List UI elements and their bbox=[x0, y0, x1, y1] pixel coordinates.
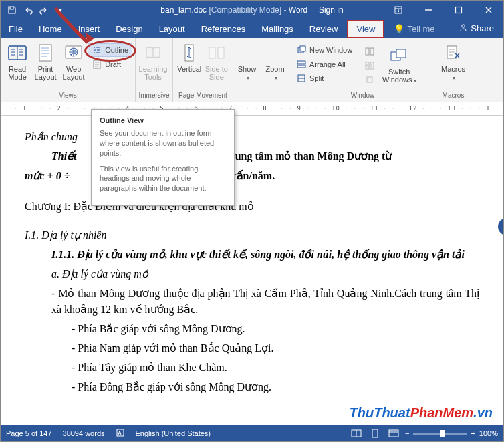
close-icon[interactable] bbox=[473, 1, 503, 19]
svg-rect-10 bbox=[218, 47, 224, 58]
group-views: Read Mode Print Layout Web Layout Outlin… bbox=[1, 38, 136, 102]
vertical-button[interactable]: Vertical bbox=[176, 41, 203, 74]
window-list: New Window Arrange All Split bbox=[292, 43, 356, 85]
print-view-icon[interactable] bbox=[368, 427, 382, 439]
qat-dropdown-icon[interactable]: ▾ bbox=[54, 4, 66, 16]
group-show: Show▾ bbox=[233, 38, 261, 102]
outline-tooltip: Outline View See your document in outlin… bbox=[91, 109, 235, 206]
web-layout-button[interactable]: Web Layout bbox=[59, 41, 88, 82]
doc-line: a. Địa lý của vùng mỏ bbox=[25, 266, 479, 283]
svg-rect-17 bbox=[370, 48, 374, 55]
doc-line: - Phía Bắc giáp với sông Mông Dương. bbox=[25, 321, 479, 338]
tab-view[interactable]: View bbox=[347, 20, 384, 38]
ribbon-options-icon[interactable] bbox=[383, 1, 413, 19]
svg-point-2 bbox=[462, 25, 465, 27]
side-to-side-button: Side to Side bbox=[203, 41, 231, 82]
status-zoom[interactable]: 100% bbox=[479, 429, 498, 437]
ruler[interactable]: · 1 · · · 2 · · · 3 · · · 4 · · · 5 · · … bbox=[1, 102, 503, 116]
macros-icon bbox=[443, 42, 464, 64]
bulb-icon: 💡 bbox=[394, 24, 404, 34]
chevron-down-icon: ▾ bbox=[414, 78, 416, 84]
macros-button[interactable]: Macros▾ bbox=[439, 41, 467, 82]
compat-mode: [Compatibility Mode] bbox=[209, 5, 281, 15]
window-title: ban_lam.doc [Compatibility Mode] - Word … bbox=[160, 5, 343, 15]
read-view-icon[interactable] bbox=[349, 427, 364, 439]
tooltip-text: This view is useful for creating heading… bbox=[100, 164, 226, 194]
group-immersive: Learning Tools Immersive bbox=[136, 38, 173, 102]
ribbon-tabs: File Home Insert Design Layout Reference… bbox=[1, 19, 503, 38]
show-dropdown[interactable]: Show▾ bbox=[236, 41, 258, 82]
status-words[interactable]: 38094 words bbox=[63, 429, 105, 437]
tab-layout[interactable]: Layout bbox=[151, 20, 193, 38]
quick-access-toolbar: ▾ bbox=[1, 4, 66, 16]
tab-tellme[interactable]: 💡Tell me bbox=[386, 20, 443, 38]
switch-windows-button[interactable]: Switch Windows▾ bbox=[380, 43, 418, 85]
tab-insert[interactable]: Insert bbox=[70, 20, 108, 38]
tab-review[interactable]: Review bbox=[301, 20, 346, 38]
minimize-icon[interactable] bbox=[413, 1, 443, 19]
save-icon[interactable] bbox=[6, 4, 18, 16]
proofing-icon[interactable] bbox=[116, 428, 125, 439]
vertical-icon bbox=[178, 42, 200, 64]
side-by-side-icon bbox=[364, 46, 375, 57]
tab-references[interactable]: References bbox=[193, 20, 253, 38]
doc-line: - Phía Đông Bắc giáp với sông Mông Dương… bbox=[25, 379, 479, 396]
new-window-button[interactable]: New Window bbox=[292, 43, 356, 57]
split-button[interactable]: Split bbox=[292, 72, 356, 85]
view-side-by-side-button[interactable] bbox=[360, 45, 379, 58]
sign-in[interactable]: Sign in bbox=[319, 5, 344, 15]
immersive-group-label: Immersive bbox=[136, 90, 172, 102]
sync-scroll-button[interactable] bbox=[360, 59, 379, 72]
draft-button[interactable]: Draft bbox=[88, 58, 132, 71]
chevron-down-icon: ▾ bbox=[247, 75, 249, 81]
views-group-label: Views bbox=[1, 90, 135, 102]
tab-design[interactable]: Design bbox=[108, 20, 150, 38]
zoom-slider[interactable] bbox=[413, 433, 467, 435]
group-zoom: Zoom▾ bbox=[261, 38, 289, 102]
web-view-icon[interactable] bbox=[386, 427, 401, 439]
tab-share[interactable]: Share bbox=[451, 19, 503, 38]
read-mode-icon bbox=[7, 42, 28, 64]
app-name: Word bbox=[289, 5, 307, 15]
svg-rect-22 bbox=[396, 49, 406, 58]
tooltip-title: Outline View bbox=[100, 116, 226, 124]
views-small-list: Outline Draft bbox=[88, 43, 132, 71]
svg-rect-27 bbox=[389, 430, 398, 437]
print-layout-button[interactable]: Print Layout bbox=[31, 41, 59, 82]
undo-icon[interactable] bbox=[22, 4, 34, 16]
share-icon bbox=[459, 23, 468, 34]
status-lang[interactable]: English (United States) bbox=[136, 429, 211, 437]
tab-home[interactable]: Home bbox=[31, 20, 70, 38]
zoom-out-icon[interactable]: − bbox=[405, 429, 409, 437]
tooltip-text: See your document in outline form where … bbox=[100, 128, 226, 158]
web-layout-icon bbox=[63, 42, 84, 64]
status-bar: Page 5 of 147 38094 words English (Unite… bbox=[1, 425, 503, 441]
status-right: − + 100% bbox=[349, 427, 498, 439]
status-page[interactable]: Page 5 of 147 bbox=[6, 429, 52, 437]
zoom-in-icon[interactable]: + bbox=[471, 429, 475, 437]
document-area[interactable]: Phần chung Thiết khu trung tâm mỏ than M… bbox=[1, 116, 503, 442]
maximize-icon[interactable] bbox=[443, 1, 473, 19]
reset-window-button[interactable] bbox=[360, 73, 379, 86]
window-controls bbox=[383, 1, 503, 19]
chevron-down-icon: ▾ bbox=[275, 75, 277, 81]
svg-rect-12 bbox=[300, 46, 305, 51]
tab-file[interactable]: File bbox=[1, 20, 31, 38]
watermark: ThuThuatPhanMem.vn bbox=[346, 403, 497, 423]
doc-line: I.1. Địa lý tự nhiên bbox=[25, 227, 479, 244]
print-layout-icon bbox=[35, 42, 56, 64]
doc-line: - Mỏ than Mông Dương thuộc địa phận Thị … bbox=[25, 286, 479, 319]
arrange-all-button[interactable]: Arrange All bbox=[292, 58, 356, 71]
new-window-icon bbox=[296, 45, 307, 56]
svg-rect-26 bbox=[372, 429, 378, 437]
svg-rect-20 bbox=[367, 77, 372, 82]
redo-icon[interactable] bbox=[38, 4, 50, 16]
svg-rect-1 bbox=[455, 7, 461, 13]
chevron-down-icon: ▾ bbox=[453, 75, 455, 81]
reset-window-icon bbox=[364, 74, 375, 85]
read-mode-button[interactable]: Read Mode bbox=[3, 41, 31, 82]
learning-tools-button: Learning Tools bbox=[138, 41, 168, 82]
zoom-dropdown[interactable]: Zoom▾ bbox=[264, 41, 286, 82]
outline-button[interactable]: Outline bbox=[88, 43, 132, 57]
tab-mailings[interactable]: Mailings bbox=[253, 20, 301, 38]
